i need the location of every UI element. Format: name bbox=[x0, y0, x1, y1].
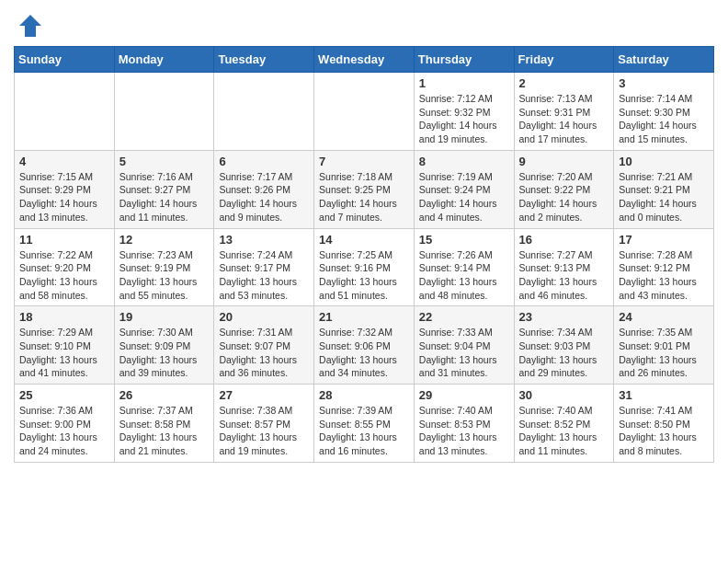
calendar-cell: 12Sunrise: 7:23 AM Sunset: 9:19 PM Dayli… bbox=[114, 228, 214, 306]
day-info: Sunrise: 7:18 AM Sunset: 9:25 PM Dayligh… bbox=[319, 170, 409, 224]
calendar-cell: 15Sunrise: 7:26 AM Sunset: 9:14 PM Dayli… bbox=[414, 228, 514, 306]
day-number: 20 bbox=[219, 310, 309, 324]
calendar-cell: 29Sunrise: 7:40 AM Sunset: 8:53 PM Dayli… bbox=[414, 385, 514, 463]
weekday-header: Saturday bbox=[614, 47, 714, 73]
day-info: Sunrise: 7:38 AM Sunset: 8:57 PM Dayligh… bbox=[219, 404, 309, 458]
calendar-cell: 13Sunrise: 7:24 AM Sunset: 9:17 PM Dayli… bbox=[214, 228, 314, 306]
day-info: Sunrise: 7:14 AM Sunset: 9:30 PM Dayligh… bbox=[619, 92, 709, 146]
calendar-cell: 10Sunrise: 7:21 AM Sunset: 9:21 PM Dayli… bbox=[614, 150, 714, 228]
calendar-cell: 6Sunrise: 7:17 AM Sunset: 9:26 PM Daylig… bbox=[214, 150, 314, 228]
day-info: Sunrise: 7:37 AM Sunset: 8:58 PM Dayligh… bbox=[119, 404, 210, 458]
day-number: 28 bbox=[319, 388, 409, 402]
day-number: 15 bbox=[419, 233, 509, 247]
day-number: 29 bbox=[419, 388, 509, 402]
day-info: Sunrise: 7:34 AM Sunset: 9:03 PM Dayligh… bbox=[519, 326, 609, 380]
day-info: Sunrise: 7:29 AM Sunset: 9:10 PM Dayligh… bbox=[19, 326, 109, 380]
calendar-cell: 4Sunrise: 7:15 AM Sunset: 9:29 PM Daylig… bbox=[15, 150, 115, 228]
calendar-week-row: 11Sunrise: 7:22 AM Sunset: 9:20 PM Dayli… bbox=[15, 228, 714, 306]
day-number: 1 bbox=[419, 76, 509, 90]
calendar-cell: 25Sunrise: 7:36 AM Sunset: 9:00 PM Dayli… bbox=[15, 385, 115, 463]
day-number: 10 bbox=[619, 155, 709, 168]
logo bbox=[14, 13, 43, 39]
day-number: 27 bbox=[219, 388, 309, 402]
day-number: 24 bbox=[619, 310, 709, 324]
weekday-header: Monday bbox=[114, 47, 214, 73]
day-info: Sunrise: 7:35 AM Sunset: 9:01 PM Dayligh… bbox=[619, 326, 709, 380]
calendar-cell: 23Sunrise: 7:34 AM Sunset: 9:03 PM Dayli… bbox=[514, 306, 614, 385]
weekday-header: Tuesday bbox=[214, 47, 314, 73]
day-number: 3 bbox=[619, 76, 709, 90]
weekday-header: Sunday bbox=[15, 47, 115, 73]
calendar-cell: 30Sunrise: 7:40 AM Sunset: 8:52 PM Dayli… bbox=[514, 385, 614, 463]
day-info: Sunrise: 7:24 AM Sunset: 9:17 PM Dayligh… bbox=[219, 248, 309, 303]
weekday-header-row: SundayMondayTuesdayWednesdayThursdayFrid… bbox=[15, 47, 714, 73]
day-info: Sunrise: 7:16 AM Sunset: 9:27 PM Dayligh… bbox=[119, 170, 210, 224]
weekday-header: Wednesday bbox=[314, 47, 415, 73]
day-info: Sunrise: 7:27 AM Sunset: 9:13 PM Dayligh… bbox=[519, 248, 609, 303]
calendar-cell: 26Sunrise: 7:37 AM Sunset: 8:58 PM Dayli… bbox=[114, 385, 214, 463]
calendar-cell bbox=[214, 73, 314, 151]
calendar-cell: 27Sunrise: 7:38 AM Sunset: 8:57 PM Dayli… bbox=[214, 385, 314, 463]
calendar-cell bbox=[15, 73, 115, 151]
day-info: Sunrise: 7:32 AM Sunset: 9:06 PM Dayligh… bbox=[319, 326, 409, 380]
calendar-cell: 11Sunrise: 7:22 AM Sunset: 9:20 PM Dayli… bbox=[15, 228, 115, 306]
weekday-header: Friday bbox=[514, 47, 614, 73]
calendar-cell: 14Sunrise: 7:25 AM Sunset: 9:16 PM Dayli… bbox=[314, 228, 415, 306]
day-number: 13 bbox=[219, 233, 309, 247]
day-number: 25 bbox=[19, 388, 109, 402]
day-number: 11 bbox=[19, 233, 109, 247]
day-number: 22 bbox=[419, 310, 509, 324]
calendar-table: SundayMondayTuesdayWednesdayThursdayFrid… bbox=[14, 46, 714, 463]
calendar-cell: 16Sunrise: 7:27 AM Sunset: 9:13 PM Dayli… bbox=[514, 228, 614, 306]
day-number: 17 bbox=[619, 233, 709, 247]
day-number: 19 bbox=[119, 310, 210, 324]
calendar-cell: 5Sunrise: 7:16 AM Sunset: 9:27 PM Daylig… bbox=[114, 150, 214, 228]
day-info: Sunrise: 7:15 AM Sunset: 9:29 PM Dayligh… bbox=[19, 170, 109, 224]
day-number: 30 bbox=[519, 388, 609, 402]
header bbox=[14, 9, 714, 39]
calendar-cell: 31Sunrise: 7:41 AM Sunset: 8:50 PM Dayli… bbox=[614, 385, 714, 463]
day-info: Sunrise: 7:17 AM Sunset: 9:26 PM Dayligh… bbox=[219, 170, 309, 224]
day-info: Sunrise: 7:36 AM Sunset: 9:00 PM Dayligh… bbox=[19, 404, 109, 458]
day-number: 8 bbox=[419, 155, 509, 168]
calendar-cell: 3Sunrise: 7:14 AM Sunset: 9:30 PM Daylig… bbox=[614, 73, 714, 151]
day-info: Sunrise: 7:41 AM Sunset: 8:50 PM Dayligh… bbox=[619, 404, 709, 458]
calendar-cell: 24Sunrise: 7:35 AM Sunset: 9:01 PM Dayli… bbox=[614, 306, 714, 385]
day-info: Sunrise: 7:39 AM Sunset: 8:55 PM Dayligh… bbox=[319, 404, 409, 458]
day-number: 16 bbox=[519, 233, 609, 247]
calendar-cell: 22Sunrise: 7:33 AM Sunset: 9:04 PM Dayli… bbox=[414, 306, 514, 385]
calendar-cell: 21Sunrise: 7:32 AM Sunset: 9:06 PM Dayli… bbox=[314, 306, 415, 385]
day-info: Sunrise: 7:13 AM Sunset: 9:31 PM Dayligh… bbox=[519, 92, 609, 146]
day-number: 2 bbox=[519, 76, 609, 90]
day-info: Sunrise: 7:26 AM Sunset: 9:14 PM Dayligh… bbox=[419, 248, 509, 303]
calendar-cell bbox=[314, 73, 415, 151]
day-number: 14 bbox=[319, 233, 409, 247]
calendar-week-row: 1Sunrise: 7:12 AM Sunset: 9:32 PM Daylig… bbox=[15, 73, 714, 151]
day-info: Sunrise: 7:25 AM Sunset: 9:16 PM Dayligh… bbox=[319, 248, 409, 303]
day-number: 21 bbox=[319, 310, 409, 324]
calendar-cell: 19Sunrise: 7:30 AM Sunset: 9:09 PM Dayli… bbox=[114, 306, 214, 385]
day-number: 7 bbox=[319, 155, 409, 168]
svg-marker-0 bbox=[19, 15, 41, 37]
day-info: Sunrise: 7:19 AM Sunset: 9:24 PM Dayligh… bbox=[419, 170, 509, 224]
day-number: 5 bbox=[119, 155, 210, 168]
day-info: Sunrise: 7:12 AM Sunset: 9:32 PM Dayligh… bbox=[419, 92, 509, 146]
day-info: Sunrise: 7:21 AM Sunset: 9:21 PM Dayligh… bbox=[619, 170, 709, 224]
day-info: Sunrise: 7:31 AM Sunset: 9:07 PM Dayligh… bbox=[219, 326, 309, 380]
day-info: Sunrise: 7:40 AM Sunset: 8:53 PM Dayligh… bbox=[419, 404, 509, 458]
day-info: Sunrise: 7:22 AM Sunset: 9:20 PM Dayligh… bbox=[19, 248, 109, 303]
day-number: 26 bbox=[119, 388, 210, 402]
calendar-cell: 20Sunrise: 7:31 AM Sunset: 9:07 PM Dayli… bbox=[214, 306, 314, 385]
calendar-cell: 28Sunrise: 7:39 AM Sunset: 8:55 PM Dayli… bbox=[314, 385, 415, 463]
day-info: Sunrise: 7:20 AM Sunset: 9:22 PM Dayligh… bbox=[519, 170, 609, 224]
day-number: 4 bbox=[19, 155, 109, 168]
calendar-cell: 8Sunrise: 7:19 AM Sunset: 9:24 PM Daylig… bbox=[414, 150, 514, 228]
day-info: Sunrise: 7:23 AM Sunset: 9:19 PM Dayligh… bbox=[119, 248, 210, 303]
calendar-week-row: 4Sunrise: 7:15 AM Sunset: 9:29 PM Daylig… bbox=[15, 150, 714, 228]
day-number: 9 bbox=[519, 155, 609, 168]
day-number: 31 bbox=[619, 388, 709, 402]
calendar-cell: 18Sunrise: 7:29 AM Sunset: 9:10 PM Dayli… bbox=[15, 306, 115, 385]
day-number: 12 bbox=[119, 233, 210, 247]
day-number: 6 bbox=[219, 155, 309, 168]
logo-icon bbox=[17, 13, 43, 39]
